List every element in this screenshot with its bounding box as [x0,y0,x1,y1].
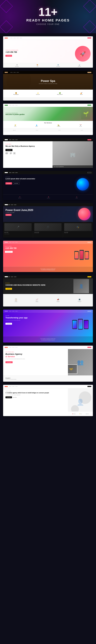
page-10-left: Business Agency Business Agency & Servic… [3,349,68,376]
service-item: 📊 Marketing [78,64,81,67]
feature-label: Analytics [36,301,38,302]
sphere-decoration-6 [78,208,91,220]
service-item: ⚙️ Development [56,64,60,67]
nav-logo-10 [5,347,8,348]
page-1-blob [75,46,91,62]
nav-link [9,311,11,311]
page-card-10[interactable]: Business Agency Business Agency & Servic… [3,346,93,382]
nav-btn-5[interactable] [88,172,91,173]
page-4-right: 🏢 But I must go to greatest this [52,141,93,168]
page-9-tagline: Power App [5,315,69,316]
feature-item: 📈 Analytics Lorem ipsum [36,298,38,302]
pages-container: Solution for any Starting needs +123 456… [0,33,96,419]
page-4-label: Business Agency [5,144,50,144]
page-card-9[interactable]: Power App Transforming your app Lorem ip… [3,310,93,342]
nav-btn-11[interactable] [88,386,91,387]
page-7-btn[interactable]: Download now [5,251,13,253]
goal-label: Our goal is [5,378,16,378]
page-9-bottom: Now Available on App Store and Play Stor… [3,336,93,342]
service-item: 🌾 Planting [14,124,16,127]
nav-links-6 [8,204,16,205]
page-3-text: Start Growing your Marketing faster welc… [5,112,81,115]
page-10-nav [3,346,93,349]
page-9-btn[interactable]: Get Started [5,323,12,325]
feature-label: Development [78,301,82,302]
event-image: 🎵 [34,223,62,231]
phone-screen-2 [80,251,83,259]
page-card-4[interactable]: Business Agency We are Not Only a Busine… [3,138,93,168]
page-card-5[interactable]: Lorem ipsum Lorem ipsum dolor sit amet c… [3,171,93,200]
feature-icon: 📈 [36,298,38,300]
page-card-6[interactable]: Power Event June,2020 7, 8 & 9th June, 2… [3,203,93,238]
event-text: Live Music Night [34,233,62,234]
page-card-2[interactable]: Power Spa Lets Enrich, enhance, rejuvena… [3,71,93,100]
nav-link [11,204,13,205]
service-label: Face Care [36,94,40,95]
page-8-left: Best Agency CHOOSE AND BUILD BUSINESS WE… [5,282,69,290]
page-7-left: advance marketing +123 456 789 Download … [5,246,71,265]
page-10-btn[interactable]: Get Started [5,361,13,363]
nav-links-11 [9,386,18,387]
page-11-items: 🎯 Strategy 💡 Ideas 📊 Growth [68,412,93,416]
service-label: Watering [35,126,38,127]
nav-link [16,38,19,38]
page-5-btn2[interactable]: Learn More [13,182,20,184]
nav-btn-7[interactable] [88,242,91,243]
page-4-btn[interactable]: Know More [5,149,12,151]
page-card-8[interactable]: Best Agency CHOOSE AND BUILD BUSINESS WE… [3,275,93,306]
nav-link [12,242,14,242]
page-11-btn[interactable]: Get Started [5,396,12,398]
service-label: Web Design [15,66,19,67]
nav-link [15,140,18,140]
page-5-btn1[interactable]: Get Started [5,182,12,184]
nav-btn-3[interactable] [88,104,91,106]
page-11-learn[interactable]: Learn More [13,397,17,398]
page-1-btn[interactable]: Get Started [5,55,12,57]
page-11-text: Lorem ipsum dolor sit amet consectetur a… [5,394,66,396]
nav-link [9,140,11,140]
service-icon: 💆 [13,92,19,94]
nav-btn-8[interactable] [88,276,91,277]
page-10-text: Lorem ipsum dolor sit amet consectetur a… [5,358,66,360]
page-6-hero: Power Event June,2020 7, 8 & 9th June, 2… [3,206,93,222]
nav-btn-9[interactable] [88,311,91,312]
page-1-text: Solution for any Starting needs +123 456… [5,50,75,58]
nav-link [12,386,14,387]
nav-btn-1[interactable] [88,38,91,38]
page-4-left: Business Agency We are Not Only a Busine… [3,141,52,168]
nav-links-4 [9,140,18,140]
feature-text: Lorem ipsum [57,302,59,302]
person-image: 👤 [73,279,89,293]
page-7-tagline: advance marketing [5,246,71,247]
page-8-btn[interactable]: Get Started [5,288,12,290]
stat-label: Awards [76,198,78,198]
page-card-11[interactable]: Creative Agency A creative agency which … [3,385,93,416]
nav-btn-2[interactable] [88,72,91,73]
page-6-left: Power Event June,2020 7, 8 & 9th June, 2… [5,208,91,220]
service-label: Trimming [79,126,82,127]
page-7-nav [3,241,93,244]
nav-logo-9 [5,311,8,312]
nav-link [16,72,19,72]
page-card-7[interactable]: advance marketing +123 456 789 Download … [3,241,93,272]
page-1-services: 🖥 Web Design 🎨 UI/UX ⚙️ Development 📊 Ma… [3,63,93,68]
page-3-hero: Start Growing your Marketing faster welc… [3,107,93,121]
office-image: 🏢 [52,141,93,168]
nav-btn-4[interactable] [88,139,91,140]
phone-mockups [72,246,91,265]
feature-label: Strategy [15,301,17,302]
page-11-nav [3,385,93,388]
page-2-hero: Power Spa Lets Enrich, enhance, rejuvena… [3,74,93,90]
page-6-btn[interactable]: Get Ticket [5,214,11,216]
nav-link [13,72,16,72]
nav-btn-10[interactable] [88,347,91,348]
page-5-right [75,176,91,192]
page-card-1[interactable]: Solution for any Starting needs +123 456… [3,36,93,68]
page-2-nav [3,71,93,74]
feature-text: Lorem ipsum [15,302,17,302]
page-card-3[interactable]: Start Growing your Marketing faster welc… [3,104,93,135]
nav-link [15,311,18,311]
nav-link [14,276,16,277]
stat-item: ★ Experience [47,196,50,198]
nav-logo-4 [5,139,8,140]
